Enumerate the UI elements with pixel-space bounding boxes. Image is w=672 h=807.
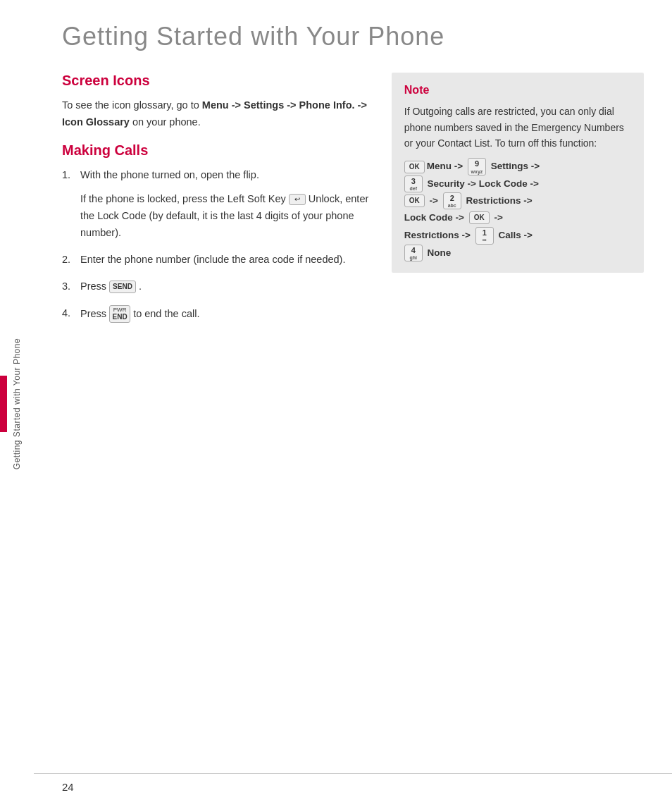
send-key: SEND [109, 281, 136, 293]
menu-text-4: -> [427, 192, 441, 209]
sidebar-text-container: Getting Started with Your Phone [0, 0, 34, 807]
screen-icons-section: Screen Icons To see the icon glossary, g… [62, 73, 371, 131]
list-sub-text-1: If the phone is locked, press the Left S… [80, 191, 371, 242]
list-number-3: 3. [62, 278, 76, 295]
list-number-4: 4. [62, 305, 76, 322]
sidebar-label: Getting Started with Your Phone [12, 338, 22, 469]
list-item: 2. Enter the phone number (include the a… [62, 252, 371, 269]
ok-key-3: OK [469, 211, 490, 224]
page-container: Getting Started with Your Phone Getting … [0, 0, 672, 807]
menu-text-8: Restrictions -> [404, 227, 473, 244]
note-menu-steps-5: Restrictions -> 1 ∞ Calls -> [404, 227, 631, 245]
num-key-9: 9 wxyz [468, 158, 486, 175]
note-menu-steps-6: 4 ghi None [404, 245, 631, 261]
num-key-1: 1 ∞ [475, 227, 494, 245]
screen-icons-heading: Screen Icons [62, 73, 371, 89]
sidebar: Getting Started with Your Phone [0, 0, 34, 807]
screen-icons-body: To see the icon glossary, go to Menu -> … [62, 97, 371, 131]
list-text-3-suffix: . [139, 281, 142, 292]
screen-icons-text-start: To see the icon glossary, go to [62, 99, 202, 111]
list-content-1: With the phone turned on, open the flip.… [80, 167, 371, 242]
making-calls-heading: Making Calls [62, 142, 371, 159]
page-title: Getting Started with Your Phone [62, 21, 644, 51]
note-menu-steps-2: 3 def Security -> Lock Code -> [404, 175, 631, 192]
menu-text-9: Calls -> [496, 227, 533, 244]
left-soft-key-icon: ↩ [289, 194, 306, 205]
end-key: PWR END [109, 305, 130, 324]
note-title: Note [404, 84, 631, 97]
note-box: Note If Outgoing calls are restricted, y… [392, 73, 644, 273]
note-body-text: If Outgoing calls are restricted, you ca… [404, 104, 631, 151]
list-content-3: Press SEND . [80, 278, 371, 295]
list-item: 1. With the phone turned on, open the fl… [62, 167, 371, 242]
left-column: Screen Icons To see the icon glossary, g… [62, 73, 371, 333]
list-text-1: With the phone turned on, open the flip. [80, 169, 259, 180]
list-text-4-prefix: Press [80, 307, 109, 319]
page-number: 24 [62, 781, 74, 793]
list-item: 3. Press SEND . [62, 278, 371, 295]
menu-text-1: Menu -> [427, 158, 466, 175]
menu-text-6: Lock Code -> [404, 209, 467, 226]
ok-key-2: OK [404, 195, 425, 207]
menu-text-3: Security -> Lock Code -> [425, 175, 539, 192]
main-content: Getting Started with Your Phone Screen I… [34, 0, 672, 361]
num-key-2: 2 abc [443, 192, 461, 209]
menu-text-5: Restrictions -> [463, 192, 533, 209]
two-column-layout: Screen Icons To see the icon glossary, g… [62, 73, 644, 333]
list-item: 4. Press PWR END to end the call. [62, 305, 371, 324]
page-footer: 24 [34, 773, 672, 793]
num-key-3: 3 def [404, 175, 423, 192]
menu-text-7: -> [492, 209, 503, 226]
menu-text-10: None [425, 245, 452, 261]
list-content-2: Enter the phone number (include the area… [80, 252, 371, 269]
note-menu-steps: OK Menu -> 9 wxyz Settings -> [404, 158, 631, 175]
list-content-4: Press PWR END to end the call. [80, 305, 371, 324]
screen-icons-text-end: on your phone. [130, 116, 201, 128]
making-calls-list: 1. With the phone turned on, open the fl… [62, 167, 371, 323]
note-menu-steps-4: Lock Code -> OK -> [404, 209, 631, 226]
list-text-4-suffix: to end the call. [133, 307, 199, 319]
ok-key-1: OK [404, 161, 425, 173]
note-text: If Outgoing calls are restricted, you ca… [404, 104, 631, 261]
making-calls-section: Making Calls 1. With the phone turned on… [62, 142, 371, 323]
list-text-3-prefix: Press [80, 281, 109, 292]
right-column: Note If Outgoing calls are restricted, y… [392, 73, 644, 333]
list-number-2: 2. [62, 252, 76, 269]
num-key-4: 4 ghi [404, 245, 423, 261]
menu-text-2: Settings -> [488, 158, 540, 175]
list-text-2: Enter the phone number (include the area… [80, 254, 345, 265]
list-number-1: 1. [62, 167, 76, 184]
note-menu-steps-3: OK -> 2 abc Restrictions -> [404, 192, 631, 209]
